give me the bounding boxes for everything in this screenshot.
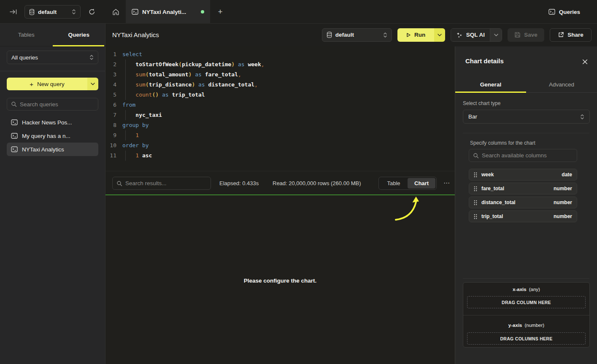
chart-type-select[interactable]: Bar: [463, 110, 590, 124]
query-toolbar: NYTaxi Analytics default: [105, 24, 597, 46]
tab-advanced[interactable]: Advanced: [526, 77, 597, 92]
refresh-button[interactable]: [87, 7, 97, 16]
columns-search-input[interactable]: [482, 152, 573, 159]
new-query-options-button[interactable]: [87, 78, 98, 90]
close-panel-button[interactable]: [582, 59, 589, 66]
new-query-button[interactable]: + New query: [7, 78, 87, 90]
tab-nytaxi-analytics[interactable]: NYTaxi Analyti...: [126, 0, 210, 24]
sql-editor[interactable]: 1select2 toStartOfWeek(pickup_datetime) …: [105, 46, 455, 171]
home-icon: [112, 8, 120, 16]
available-columns-list: week date fare_total number distance_tot: [469, 169, 577, 224]
indent-guide: [125, 110, 126, 120]
chevron-down-icon: [91, 83, 95, 85]
query-search-input[interactable]: [20, 101, 94, 108]
new-tab-button[interactable]: +: [210, 0, 230, 24]
drag-handle-icon[interactable]: [474, 172, 477, 178]
topbar-database-value: default: [38, 9, 68, 15]
tab-general[interactable]: General: [455, 77, 526, 92]
tab-home[interactable]: [105, 0, 126, 24]
sidebar-divider: [0, 71, 105, 71]
toolbar-database-selector[interactable]: default: [322, 28, 392, 42]
results-more-button[interactable]: ⋯: [442, 171, 452, 195]
code-line[interactable]: 11 1 asc: [105, 151, 455, 161]
query-list-item[interactable]: Hacker News Pos...: [7, 116, 98, 129]
sidebar-tab-tables[interactable]: Tables: [0, 24, 53, 46]
column-row[interactable]: week date: [469, 169, 577, 181]
query-filter-value: All queries: [11, 54, 89, 61]
terminal-icon: [11, 146, 18, 152]
new-query-button-group: + New query: [7, 78, 98, 90]
view-toggle: Table Chart: [378, 177, 437, 190]
save-button[interactable]: Save: [508, 28, 544, 42]
terminal-icon: [132, 9, 138, 15]
drag-handle-icon[interactable]: [474, 200, 477, 205]
view-tab-table[interactable]: Table: [380, 178, 408, 189]
share-icon: [558, 32, 564, 38]
x-axis-drop-zone[interactable]: DRAG COLUMN HERE: [467, 296, 586, 308]
sidebar-tab-queries[interactable]: Queries: [53, 24, 105, 46]
line-number: 9: [109, 130, 116, 140]
x-axis-name: x-axis: [513, 287, 527, 292]
code-line[interactable]: 3 sum(total_amount) as fare_total,: [105, 70, 455, 80]
code-line[interactable]: 10order by: [105, 140, 455, 151]
drag-handle-icon[interactable]: [474, 186, 477, 191]
query-list-item[interactable]: NYTaxi Analytics: [7, 143, 98, 156]
code-line[interactable]: 6from: [105, 100, 455, 110]
code-line[interactable]: 4 sum(trip_distance) as distance_total,: [105, 80, 455, 90]
view-tab-chart[interactable]: Chart: [408, 178, 435, 189]
query-item-label: My query has a n...: [22, 133, 70, 139]
panel-divider: [463, 278, 589, 279]
run-options-button[interactable]: [434, 28, 445, 42]
column-row[interactable]: fare_total number: [469, 183, 577, 194]
axis-config-card: x-axis(any) DRAG COLUMN HERE y-axis(numb…: [463, 282, 590, 348]
code-line[interactable]: 8group by: [105, 120, 455, 130]
code-line[interactable]: 9 1: [105, 130, 455, 140]
sql-ai-button-group: SQL AI: [451, 28, 502, 42]
x-axis-label: x-axis(any): [463, 287, 589, 292]
panel-divider: [463, 133, 589, 133]
code-line[interactable]: 7 nyc_taxi: [105, 110, 455, 120]
indent-guide: [125, 90, 126, 100]
panel-tabs: General Advanced: [455, 77, 597, 93]
query-filter-select[interactable]: All queries: [7, 51, 98, 64]
collapse-sidebar-button[interactable]: [8, 7, 19, 16]
line-number: 5: [109, 90, 116, 100]
terminal-icon: [11, 133, 18, 139]
column-type: number: [554, 213, 572, 219]
sidebar: All queries + New query: [0, 46, 105, 364]
collapse-sidebar-icon: [9, 8, 18, 16]
panel-title: Chart details: [465, 57, 504, 65]
results-search-input[interactable]: [125, 180, 207, 186]
run-button[interactable]: Run: [397, 28, 434, 42]
code-line[interactable]: 2 toStartOfWeek(pickup_datetime) as week…: [105, 59, 455, 70]
run-button-group: Run: [397, 28, 445, 42]
share-button[interactable]: Share: [550, 28, 592, 42]
column-type: number: [554, 200, 572, 205]
y-axis-drop-zone[interactable]: DRAG COLUMNS HERE: [467, 332, 586, 345]
column-row[interactable]: trip_total number: [469, 210, 577, 222]
column-name: distance_total: [481, 200, 549, 205]
sql-ai-button[interactable]: SQL AI: [451, 29, 490, 41]
line-number: 3: [109, 70, 116, 80]
topbar-database-selector[interactable]: default: [24, 5, 81, 19]
queries-shortcut-button[interactable]: Queries: [548, 0, 580, 24]
code-line[interactable]: 5 count() as trip_total: [105, 90, 455, 100]
axis-divider: [463, 315, 589, 315]
query-list-item[interactable]: My query has a n...: [7, 129, 98, 143]
sql-ai-options-button[interactable]: [490, 29, 502, 41]
chevron-updown-icon: [383, 32, 387, 38]
rows-read-stat: Read: 20,000,000 rows (260.00 MB): [273, 171, 361, 195]
chart-placeholder-text: Please configure the chart.: [105, 278, 455, 284]
x-axis-type: (any): [529, 287, 540, 292]
second-row: Tables Queries NYTaxi Analytics default: [0, 24, 597, 46]
query-search-box: [7, 98, 98, 111]
database-icon: [29, 9, 35, 15]
query-item-label: NYTaxi Analytics: [22, 146, 64, 153]
app-window: default NYTaxi Analyti... +: [0, 0, 597, 364]
code-line[interactable]: 1select: [105, 49, 455, 59]
terminal-icon: [11, 119, 18, 125]
drag-handle-icon[interactable]: [474, 214, 477, 219]
close-icon: [582, 59, 589, 65]
search-icon: [11, 101, 17, 107]
column-row[interactable]: distance_total number: [469, 197, 577, 208]
